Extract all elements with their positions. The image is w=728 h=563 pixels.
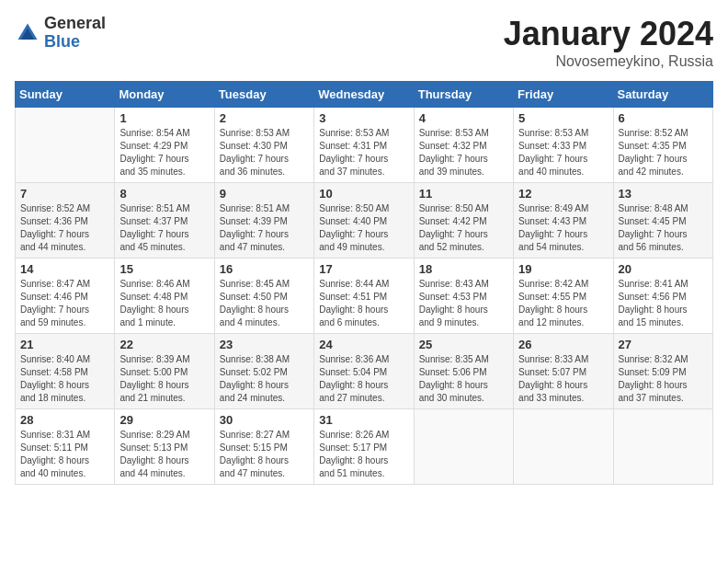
calendar-cell: 31Sunrise: 8:26 AM Sunset: 5:17 PM Dayli…	[314, 409, 414, 485]
weekday-header: Thursday	[414, 82, 513, 108]
calendar-cell: 7Sunrise: 8:52 AM Sunset: 4:36 PM Daylig…	[16, 183, 115, 259]
day-number: 30	[220, 413, 309, 427]
day-info: Sunrise: 8:49 AM Sunset: 4:43 PM Dayligh…	[518, 202, 608, 254]
calendar-table: SundayMondayTuesdayWednesdayThursdayFrid…	[15, 81, 713, 485]
calendar-cell: 4Sunrise: 8:53 AM Sunset: 4:32 PM Daylig…	[414, 108, 513, 183]
day-info: Sunrise: 8:53 AM Sunset: 4:31 PM Dayligh…	[319, 127, 408, 178]
day-info: Sunrise: 8:43 AM Sunset: 4:53 PM Dayligh…	[419, 278, 508, 329]
calendar-cell: 23Sunrise: 8:38 AM Sunset: 5:02 PM Dayli…	[214, 334, 313, 409]
calendar-cell: 2Sunrise: 8:53 AM Sunset: 4:30 PM Daylig…	[214, 108, 313, 183]
day-number: 27	[619, 338, 708, 351]
day-info: Sunrise: 8:39 AM Sunset: 5:00 PM Dayligh…	[119, 353, 209, 405]
day-number: 31	[319, 413, 408, 427]
day-info: Sunrise: 8:53 AM Sunset: 4:32 PM Dayligh…	[419, 127, 508, 178]
calendar-cell: 18Sunrise: 8:43 AM Sunset: 4:53 PM Dayli…	[414, 259, 513, 334]
weekday-header: Sunday	[16, 82, 115, 108]
day-info: Sunrise: 8:35 AM Sunset: 5:06 PM Dayligh…	[419, 353, 508, 405]
logo-text: General Blue	[44, 15, 106, 52]
day-number: 10	[319, 187, 408, 201]
day-info: Sunrise: 8:38 AM Sunset: 5:02 PM Dayligh…	[220, 353, 309, 405]
calendar-cell: 17Sunrise: 8:44 AM Sunset: 4:51 PM Dayli…	[314, 259, 414, 334]
day-number: 11	[419, 187, 508, 201]
day-info: Sunrise: 8:51 AM Sunset: 4:39 PM Dayligh…	[220, 202, 309, 254]
day-number: 8	[119, 187, 209, 201]
day-info: Sunrise: 8:44 AM Sunset: 4:51 PM Dayligh…	[319, 278, 408, 329]
calendar-cell	[414, 409, 513, 485]
day-number: 28	[20, 413, 109, 427]
calendar-cell: 28Sunrise: 8:31 AM Sunset: 5:11 PM Dayli…	[16, 409, 115, 485]
day-number: 23	[220, 338, 309, 351]
day-info: Sunrise: 8:50 AM Sunset: 4:40 PM Dayligh…	[319, 202, 408, 254]
calendar-cell	[514, 409, 613, 485]
page-header: General Blue January 2024 Novosemeykino,…	[15, 15, 713, 70]
calendar-cell: 25Sunrise: 8:35 AM Sunset: 5:06 PM Dayli…	[414, 334, 513, 409]
calendar-title: January 2024	[504, 15, 713, 53]
calendar-header-row: SundayMondayTuesdayWednesdayThursdayFrid…	[16, 82, 713, 108]
calendar-cell	[613, 409, 712, 485]
calendar-cell: 6Sunrise: 8:52 AM Sunset: 4:35 PM Daylig…	[613, 108, 712, 183]
day-info: Sunrise: 8:32 AM Sunset: 5:09 PM Dayligh…	[619, 353, 708, 405]
calendar-cell: 14Sunrise: 8:47 AM Sunset: 4:46 PM Dayli…	[16, 259, 115, 334]
weekday-header: Wednesday	[314, 82, 414, 108]
day-number: 12	[518, 187, 608, 201]
calendar-cell: 12Sunrise: 8:49 AM Sunset: 4:43 PM Dayli…	[514, 183, 613, 259]
calendar-subtitle: Novosemeykino, Russia	[504, 53, 713, 70]
day-number: 6	[619, 111, 708, 125]
day-number: 25	[419, 338, 508, 351]
day-number: 7	[20, 187, 109, 201]
calendar-cell: 5Sunrise: 8:53 AM Sunset: 4:33 PM Daylig…	[514, 108, 613, 183]
day-info: Sunrise: 8:53 AM Sunset: 4:33 PM Dayligh…	[518, 127, 608, 178]
logo: General Blue	[15, 15, 106, 52]
calendar-week-row: 14Sunrise: 8:47 AM Sunset: 4:46 PM Dayli…	[16, 259, 713, 334]
day-number: 5	[518, 111, 608, 125]
day-info: Sunrise: 8:52 AM Sunset: 4:36 PM Dayligh…	[20, 202, 109, 254]
day-info: Sunrise: 8:47 AM Sunset: 4:46 PM Dayligh…	[20, 278, 109, 329]
weekday-header: Tuesday	[214, 82, 313, 108]
day-info: Sunrise: 8:41 AM Sunset: 4:56 PM Dayligh…	[619, 278, 708, 329]
logo-icon	[15, 20, 40, 46]
calendar-cell: 15Sunrise: 8:46 AM Sunset: 4:48 PM Dayli…	[115, 259, 214, 334]
day-info: Sunrise: 8:33 AM Sunset: 5:07 PM Dayligh…	[518, 353, 608, 405]
day-number: 16	[220, 262, 309, 276]
day-number: 17	[319, 262, 408, 276]
title-block: January 2024 Novosemeykino, Russia	[504, 15, 713, 70]
calendar-week-row: 21Sunrise: 8:40 AM Sunset: 4:58 PM Dayli…	[16, 334, 713, 409]
day-number: 14	[20, 262, 109, 276]
day-info: Sunrise: 8:31 AM Sunset: 5:11 PM Dayligh…	[20, 429, 109, 480]
day-number: 18	[419, 262, 508, 276]
day-number: 4	[419, 111, 508, 125]
day-info: Sunrise: 8:52 AM Sunset: 4:35 PM Dayligh…	[619, 127, 708, 178]
day-number: 13	[619, 187, 708, 201]
day-info: Sunrise: 8:48 AM Sunset: 4:45 PM Dayligh…	[619, 202, 708, 254]
day-info: Sunrise: 8:40 AM Sunset: 4:58 PM Dayligh…	[20, 353, 109, 405]
calendar-cell: 26Sunrise: 8:33 AM Sunset: 5:07 PM Dayli…	[514, 334, 613, 409]
day-number: 22	[119, 338, 209, 351]
calendar-cell: 24Sunrise: 8:36 AM Sunset: 5:04 PM Dayli…	[314, 334, 414, 409]
day-info: Sunrise: 8:50 AM Sunset: 4:42 PM Dayligh…	[419, 202, 508, 254]
day-number: 9	[220, 187, 309, 201]
day-number: 20	[619, 262, 708, 276]
calendar-week-row: 28Sunrise: 8:31 AM Sunset: 5:11 PM Dayli…	[16, 409, 713, 485]
day-number: 21	[20, 338, 109, 351]
calendar-cell: 30Sunrise: 8:27 AM Sunset: 5:15 PM Dayli…	[214, 409, 313, 485]
day-number: 19	[518, 262, 608, 276]
calendar-cell: 10Sunrise: 8:50 AM Sunset: 4:40 PM Dayli…	[314, 183, 414, 259]
calendar-week-row: 1Sunrise: 8:54 AM Sunset: 4:29 PM Daylig…	[16, 108, 713, 183]
day-info: Sunrise: 8:27 AM Sunset: 5:15 PM Dayligh…	[220, 429, 309, 480]
calendar-cell: 20Sunrise: 8:41 AM Sunset: 4:56 PM Dayli…	[613, 259, 712, 334]
calendar-cell: 11Sunrise: 8:50 AM Sunset: 4:42 PM Dayli…	[414, 183, 513, 259]
calendar-cell: 13Sunrise: 8:48 AM Sunset: 4:45 PM Dayli…	[613, 183, 712, 259]
calendar-cell: 8Sunrise: 8:51 AM Sunset: 4:37 PM Daylig…	[115, 183, 214, 259]
day-info: Sunrise: 8:29 AM Sunset: 5:13 PM Dayligh…	[119, 429, 209, 480]
calendar-cell: 3Sunrise: 8:53 AM Sunset: 4:31 PM Daylig…	[314, 108, 414, 183]
calendar-week-row: 7Sunrise: 8:52 AM Sunset: 4:36 PM Daylig…	[16, 183, 713, 259]
day-number: 3	[319, 111, 408, 125]
day-info: Sunrise: 8:42 AM Sunset: 4:55 PM Dayligh…	[518, 278, 608, 329]
day-info: Sunrise: 8:54 AM Sunset: 4:29 PM Dayligh…	[119, 127, 209, 178]
day-number: 24	[319, 338, 408, 351]
calendar-cell	[16, 108, 115, 183]
weekday-header: Saturday	[613, 82, 712, 108]
day-number: 29	[119, 413, 209, 427]
calendar-cell: 21Sunrise: 8:40 AM Sunset: 4:58 PM Dayli…	[16, 334, 115, 409]
day-number: 1	[119, 111, 209, 125]
